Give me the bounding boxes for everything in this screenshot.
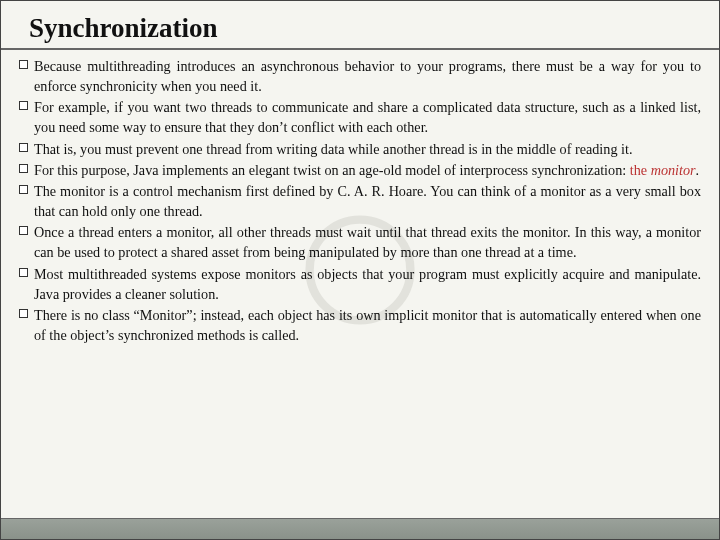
list-item: That is, you must prevent one thread fro… [19, 139, 701, 159]
monitor-article: the [630, 162, 651, 178]
bullet-text: Once a thread enters a monitor, all othe… [34, 222, 701, 262]
bullet-text: Because multithreading introduces an asy… [34, 56, 701, 96]
monitor-term: monitor [651, 162, 696, 178]
list-item: Most multithreaded systems expose monito… [19, 264, 701, 304]
slide-page: Synchronization Because multithreading i… [0, 0, 720, 540]
list-item: The monitor is a control mechanism first… [19, 181, 701, 221]
list-item: There is no class “Monitor”; instead, ea… [19, 305, 701, 345]
list-item: Once a thread enters a monitor, all othe… [19, 222, 701, 262]
body-content: Because multithreading introduces an asy… [1, 56, 719, 345]
list-item: For this purpose, Java implements an ele… [19, 160, 701, 180]
checkbox-icon [19, 309, 28, 318]
bullet-text: That is, you must prevent one thread fro… [34, 139, 701, 159]
bullet-text-pre: For this purpose, Java implements an ele… [34, 162, 630, 178]
bullet-text: The monitor is a control mechanism first… [34, 181, 701, 221]
bullet-text: Most multithreaded systems expose monito… [34, 264, 701, 304]
checkbox-icon [19, 226, 28, 235]
bullet-text: For this purpose, Java implements an ele… [34, 160, 701, 180]
checkbox-icon [19, 164, 28, 173]
checkbox-icon [19, 185, 28, 194]
checkbox-icon [19, 60, 28, 69]
bullet-text: There is no class “Monitor”; instead, ea… [34, 305, 701, 345]
checkbox-icon [19, 143, 28, 152]
footer-bar [1, 518, 719, 539]
bullet-text-post: . [696, 162, 700, 178]
checkbox-icon [19, 101, 28, 110]
list-item: Because multithreading introduces an asy… [19, 56, 701, 96]
page-title: Synchronization [1, 1, 719, 50]
bullet-text: For example, if you want two threads to … [34, 97, 701, 137]
checkbox-icon [19, 268, 28, 277]
list-item: For example, if you want two threads to … [19, 97, 701, 137]
monitor-highlight: the monitor [630, 162, 696, 178]
